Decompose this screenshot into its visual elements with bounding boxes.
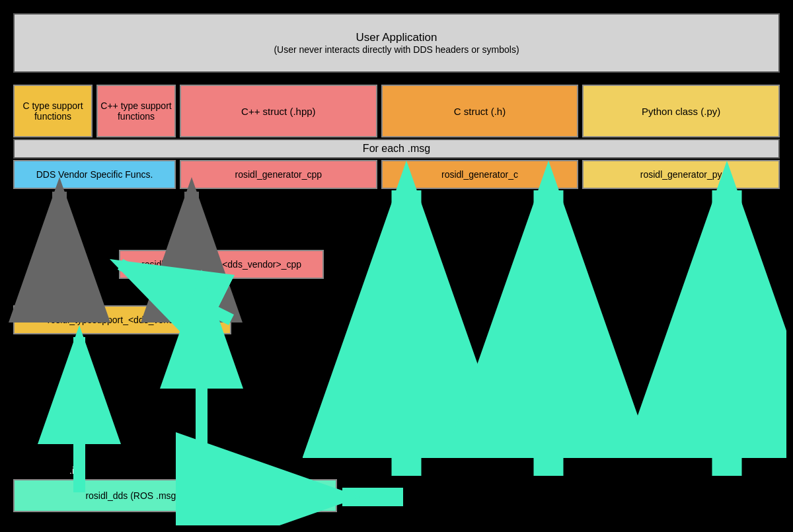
rosidl-dds-box: rosidl_dds (ROS .msg files -> DDS .idl f…: [13, 479, 337, 512]
for-each-msg-label: For each .msg: [363, 143, 430, 155]
gen-py-box: rosidl_generator_py: [582, 160, 780, 189]
gen-c-box: rosidl_generator_c: [381, 160, 579, 189]
architecture-diagram: User Application (User never interacts d…: [7, 7, 786, 525]
user-app-box: User Application (User never interacts d…: [13, 13, 780, 73]
msg-label-1: .msg: [393, 429, 413, 439]
msg-label-3: .msg: [704, 429, 724, 439]
idl-label-2: .idl: [185, 465, 197, 476]
gen-cpp-box: rosidl_generator_cpp: [180, 160, 377, 189]
generator-row: DDS Vendor Specific Funcs. rosidl_genera…: [13, 160, 780, 189]
cpp-struct-box: C++ struct (.hpp): [180, 85, 377, 137]
for-each-msg-row: For each .msg: [13, 139, 780, 159]
user-app-subtitle: (User never interacts directly with DDS …: [274, 44, 519, 55]
idl-label-1: .idl: [69, 465, 81, 476]
python-class-box: Python class (.py): [582, 85, 780, 137]
dds-vendor-box: DDS Vendor Specific Funcs.: [13, 160, 176, 189]
user-app-title: User Application: [356, 31, 437, 44]
c-struct-box: C struct (.h): [381, 85, 579, 137]
typesupport-cpp-box: rosidl_typesupport_<dds_vendor>_cpp: [119, 250, 324, 279]
c-type-support-box: C type support functions: [13, 85, 93, 137]
cpp-type-support-box: C++ type support functions: [96, 85, 176, 137]
typesupport-c-box: rosidl_typesupport_<dds_vendor>_c: [13, 305, 231, 334]
msg-label-2: .msg: [525, 429, 545, 439]
top-boxes-row: C type support functions C++ type suppor…: [13, 85, 780, 137]
